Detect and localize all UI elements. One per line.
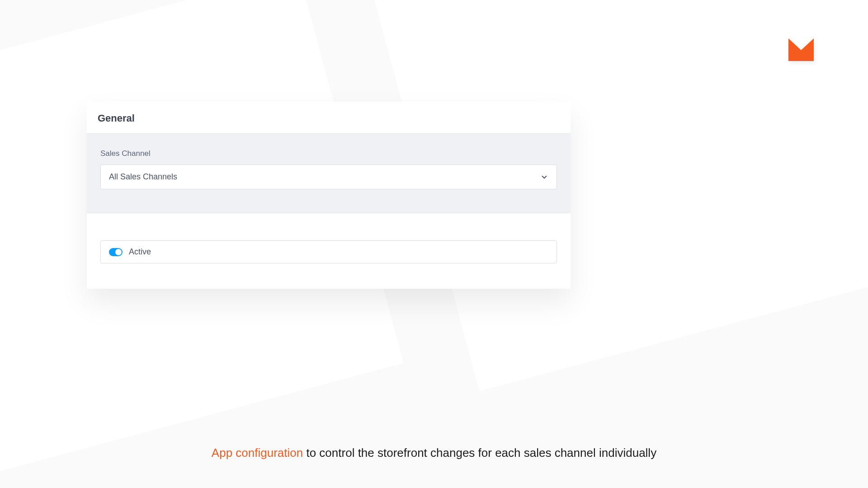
toggle-knob	[115, 249, 122, 255]
brand-logo	[788, 38, 815, 64]
sales-channel-select[interactable]: All Sales Channels	[100, 164, 557, 189]
sales-channel-label: Sales Channel	[100, 149, 557, 158]
sales-channel-select-wrapper: All Sales Channels	[100, 164, 557, 189]
card-title: General	[98, 113, 560, 124]
chevron-down-icon	[540, 173, 548, 181]
caption-highlight: App configuration	[212, 446, 303, 460]
crown-logo-icon	[788, 38, 815, 64]
caption-rest: to control the storefront changes for ea…	[303, 446, 656, 460]
sales-channel-selected-value: All Sales Channels	[109, 172, 177, 182]
active-toggle-row: Active	[100, 240, 557, 263]
settings-card: General Sales Channel All Sales Channels…	[87, 102, 571, 289]
card-header: General	[87, 102, 571, 134]
active-toggle[interactable]	[109, 248, 123, 256]
caption: App configuration to control the storefr…	[0, 446, 868, 460]
active-toggle-label: Active	[129, 247, 151, 257]
active-section: Active	[87, 213, 571, 289]
sales-channel-section: Sales Channel All Sales Channels	[87, 134, 571, 213]
